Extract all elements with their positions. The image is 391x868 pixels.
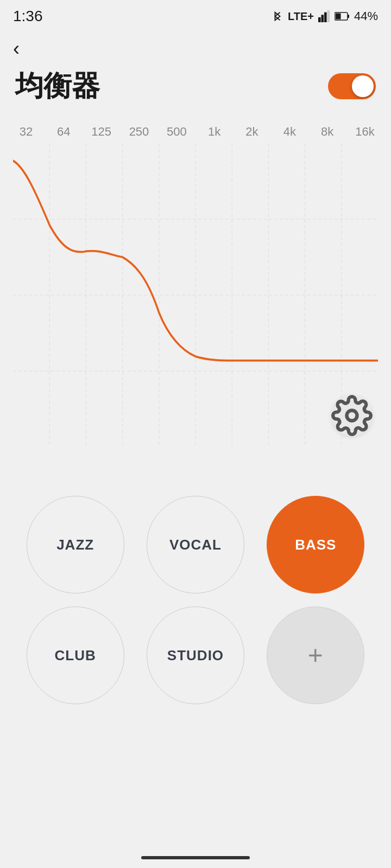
home-indicator — [141, 856, 250, 859]
freq-16k: 16k — [354, 125, 376, 139]
preset-vocal[interactable]: VOCAL — [147, 496, 244, 593]
add-icon: + — [308, 642, 324, 668]
svg-rect-5 — [348, 15, 349, 18]
freq-250: 250 — [128, 125, 150, 139]
svg-rect-2 — [324, 12, 327, 22]
preset-club-label: CLUB — [55, 647, 96, 664]
preset-studio-label: STUDIO — [167, 647, 224, 664]
svg-rect-1 — [321, 15, 324, 22]
svg-rect-3 — [327, 10, 330, 22]
freq-500: 500 — [166, 125, 187, 139]
preset-add-button[interactable]: + — [267, 607, 364, 704]
page-title: 均衡器 — [15, 67, 100, 105]
preset-jazz-label: JAZZ — [56, 537, 94, 553]
freq-32: 32 — [15, 125, 37, 139]
presets-grid: JAZZ VOCAL BASS CLUB STUDIO + — [0, 483, 391, 717]
preset-bass-label: BASS — [295, 537, 336, 553]
status-bar: 1:36 LTE+ 44% — [0, 0, 391, 30]
svg-point-19 — [347, 411, 357, 421]
freq-125: 125 — [91, 125, 112, 139]
eq-chart-container: 32 64 125 250 500 1k 2k 4k 8k 16k — [13, 125, 378, 472]
preset-club[interactable]: CLUB — [27, 607, 124, 704]
eq-toggle[interactable] — [328, 73, 376, 99]
status-time: 1:36 — [13, 8, 43, 25]
bluetooth-icon — [272, 9, 283, 24]
preset-vocal-label: VOCAL — [169, 537, 222, 553]
status-icons: LTE+ 44% — [272, 9, 378, 24]
preset-bass[interactable]: BASS — [267, 496, 364, 593]
freq-1k: 1k — [204, 125, 225, 139]
battery-icon — [335, 11, 350, 21]
toggle-knob — [352, 75, 374, 97]
freq-64: 64 — [53, 125, 74, 139]
preset-jazz[interactable]: JAZZ — [27, 496, 124, 593]
battery-percent: 44% — [354, 9, 378, 23]
eq-graph[interactable] — [13, 143, 378, 447]
back-button[interactable]: ‹ — [0, 30, 391, 63]
lte-icon: LTE+ — [288, 10, 314, 23]
preset-studio[interactable]: STUDIO — [147, 607, 244, 704]
settings-button[interactable] — [331, 395, 373, 436]
frequency-labels: 32 64 125 250 500 1k 2k 4k 8k 16k — [13, 125, 378, 139]
svg-rect-6 — [335, 14, 340, 20]
gear-icon — [331, 395, 373, 436]
freq-4k: 4k — [279, 125, 300, 139]
page-header: 均衡器 — [0, 63, 391, 114]
freq-2k: 2k — [241, 125, 263, 139]
svg-rect-0 — [318, 17, 321, 22]
signal-icon — [318, 10, 330, 22]
freq-8k: 8k — [317, 125, 338, 139]
back-arrow-icon: ‹ — [13, 37, 20, 60]
